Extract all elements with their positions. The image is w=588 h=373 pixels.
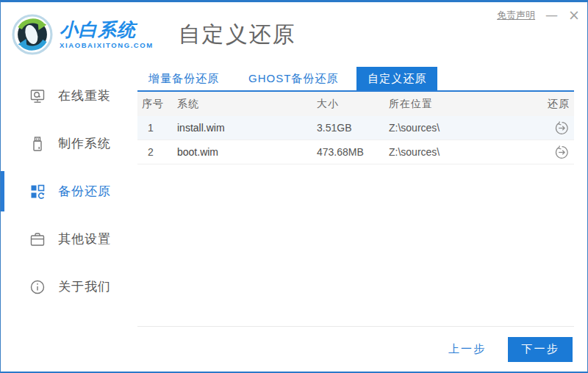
backup-grid-icon	[29, 183, 46, 200]
sidebar-item-label: 其他设置	[58, 231, 111, 247]
brand-name: 小白系统	[60, 20, 154, 39]
close-icon[interactable]: ×	[568, 8, 580, 22]
sidebar-item-about-us[interactable]: 关于我们	[1, 263, 137, 311]
table-row: 2 boot.wim 473.68MB Z:\sources\	[137, 140, 574, 164]
col-header-system: 系统	[177, 98, 317, 111]
content: 增量备份还原 GHOST备份还原 自定义还原 序号 系统 大小 所在位置 还原 …	[137, 67, 587, 372]
table-row: 1 install.wim 3.51GB Z:\sources\	[137, 116, 574, 140]
tab-custom-restore[interactable]: 自定义还原	[356, 67, 437, 90]
sidebar-item-online-reinstall[interactable]: 在线重装	[1, 72, 137, 120]
tab-incremental-backup-restore[interactable]: 增量备份还原	[137, 67, 230, 90]
col-header-restore: 还原	[528, 98, 570, 111]
col-header-index: 序号	[142, 98, 177, 111]
sidebar-item-make-system[interactable]: 制作系统	[1, 120, 137, 167]
app-window: 小白系统 XIAOBAIXITONG.COM 自定义还原 免责声明 — ×	[0, 0, 588, 373]
tab-ghost-backup-restore[interactable]: GHOST备份还原	[237, 67, 349, 90]
row-system: boot.wim	[177, 146, 317, 158]
sidebar-item-other-settings[interactable]: 其他设置	[1, 215, 137, 263]
footer: 上一步 下一步	[137, 326, 574, 372]
sidebar-item-label: 关于我们	[58, 278, 111, 295]
prev-step-button[interactable]: 上一步	[448, 342, 486, 356]
brand-domain: XIAOBAIXITONG.COM	[60, 42, 154, 49]
table-header-row: 序号 系统 大小 所在位置 还原	[137, 92, 574, 116]
col-header-size: 大小	[317, 98, 389, 111]
brand-text: 小白系统 XIAOBAIXITONG.COM	[60, 20, 154, 48]
row-index: 2	[142, 146, 177, 158]
row-size: 3.51GB	[317, 122, 389, 134]
page-title: 自定义还原	[179, 20, 296, 50]
sidebar-item-backup-restore[interactable]: 备份还原	[1, 167, 137, 215]
monitor-reinstall-icon	[29, 87, 46, 105]
brand-logo-icon	[11, 13, 54, 56]
header: 小白系统 XIAOBAIXITONG.COM 自定义还原 免责声明 — ×	[1, 2, 587, 67]
content-spacer	[137, 164, 574, 326]
toolbox-icon	[29, 231, 46, 248]
body: 在线重装 制作系统	[1, 67, 587, 372]
sidebar-item-label: 备份还原	[58, 183, 111, 200]
row-system: install.wim	[177, 122, 317, 134]
row-size: 473.68MB	[317, 146, 389, 158]
usb-drive-icon	[29, 135, 46, 153]
sidebar-item-label: 在线重装	[58, 87, 111, 104]
sidebar-item-label: 制作系统	[58, 135, 111, 152]
info-circle-icon	[29, 278, 46, 296]
sidebar: 在线重装 制作系统	[1, 67, 137, 372]
row-location: Z:\sources\	[389, 122, 528, 134]
next-step-button[interactable]: 下一步	[508, 337, 573, 362]
col-header-location: 所在位置	[389, 98, 528, 111]
disclaimer-link[interactable]: 免责声明	[497, 9, 535, 22]
restore-history-icon[interactable]	[554, 120, 570, 136]
row-index: 1	[142, 122, 177, 134]
minimize-icon[interactable]: —	[545, 9, 558, 21]
window-controls: 免责声明 — ×	[497, 8, 580, 22]
row-location: Z:\sources\	[389, 146, 528, 158]
tab-bar: 增量备份还原 GHOST备份还原 自定义还原	[137, 67, 574, 92]
restore-history-icon[interactable]	[554, 145, 570, 160]
